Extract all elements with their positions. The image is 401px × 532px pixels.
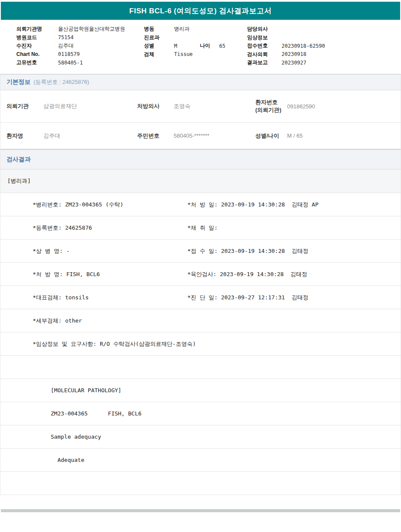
molecular-pathology-heading: [MOLECULAR PATHOLOGY] bbox=[0, 379, 401, 402]
field-requesting-org: 의뢰기관명 울산공업학원울산대학교병원 bbox=[16, 25, 125, 34]
cell-value: 091862590 bbox=[287, 103, 315, 110]
cell-value: 삼광의료재단 bbox=[43, 102, 77, 110]
field-label: 병원코드 bbox=[16, 34, 58, 41]
field-label: 검체 bbox=[144, 51, 174, 58]
field-value: 김주대 bbox=[58, 42, 73, 49]
department-label: [병리과] bbox=[7, 177, 31, 185]
admin-col-right: 담당의사 임상정보 접수번호 20230918-62590 검사의뢰 20230… bbox=[247, 25, 325, 67]
basic-info-row-2: 환자명 김주대 주민번호 580405-******* 성별/나이 M / 65 bbox=[0, 123, 401, 149]
molecular-text: ZM23-004365 FISH, BCL6 bbox=[51, 410, 141, 417]
cell-label: 처방의사 bbox=[137, 102, 174, 110]
field-label-age: 나이 bbox=[200, 42, 219, 49]
results-department: [병리과] bbox=[0, 169, 401, 193]
molecular-case-line: ZM23-004365 FISH, BCL6 bbox=[0, 402, 401, 425]
field-sex-age: 성별 M 나이 65 bbox=[144, 42, 225, 50]
field-label: 접수번호 bbox=[247, 42, 282, 49]
field-value: 울산공업학원울산대학교병원 bbox=[58, 25, 125, 33]
result-left: *처 방 명: FISH, BCL6 bbox=[0, 271, 187, 278]
field-unique-no: 고유번호 580405-1 bbox=[16, 58, 125, 67]
field-value: 20230918-62590 bbox=[282, 43, 325, 49]
bottom-divider bbox=[1, 509, 400, 512]
field-value: 75154 bbox=[58, 34, 73, 40]
result-row-registration-no: *등록번호: 24625876 *채 취 일: bbox=[0, 216, 401, 240]
cell-label: 환자명 bbox=[6, 132, 43, 140]
molecular-sample-adequacy-label: Sample adequacy bbox=[0, 425, 401, 449]
basic-info-row-1: 의뢰기관 삼광의료재단 처방의사 조영숙 환자번호 (의뢰기관) 0918625… bbox=[0, 90, 401, 123]
admin-col-mid: 병동 병리과 진료과 성별 M 나이 65 검체 Tissue bbox=[144, 25, 225, 58]
molecular-text: Sample adequacy bbox=[51, 434, 101, 440]
section-basic-info-header: 기본정보 (등록번호 : 24625876) bbox=[0, 74, 401, 90]
admin-col-left: 의뢰기관명 울산공업학원울산대학교병원 병원코드 75154 수진자 김주대 C… bbox=[16, 25, 125, 67]
field-label: 진료과 bbox=[144, 34, 174, 41]
field-chart-no: Chart No. 0118579 bbox=[16, 50, 125, 59]
result-left: *병리번호: ZM23-004365 (수탁) bbox=[0, 201, 187, 209]
field-label: 결과보고 bbox=[247, 59, 282, 66]
cell-label: 의뢰기관 bbox=[6, 102, 43, 110]
report-title-bar: FISH BCL-6 (여의도성모) 검사결과보고서 bbox=[1, 2, 400, 20]
section-results-header: 검사결과 bbox=[0, 149, 401, 169]
field-value: 0118579 bbox=[58, 51, 80, 57]
cell-value: 김주대 bbox=[43, 132, 60, 140]
cell-patient-no: 환자번호 (의뢰기관) 091862590 bbox=[255, 98, 401, 114]
field-department: 진료과 bbox=[144, 34, 225, 42]
field-value: 20230927 bbox=[282, 60, 306, 66]
result-row-order-name: *처 방 명: FISH, BCL6 *육안검사: 2023-09-19 14:… bbox=[0, 263, 401, 286]
result-right: *육안검사: 2023-09-19 14:30:28 김태정 bbox=[187, 271, 401, 278]
field-label: 담당의사 bbox=[247, 25, 282, 33]
spacer-row bbox=[0, 356, 401, 379]
field-label: Chart No. bbox=[16, 51, 58, 57]
field-request-date: 검사의뢰 20230918 bbox=[247, 50, 325, 59]
cell-label: 주민번호 bbox=[137, 132, 174, 140]
field-label: 의뢰기관명 bbox=[16, 25, 58, 33]
field-label: 고유번호 bbox=[16, 59, 58, 66]
field-clinical-info: 임상정보 bbox=[247, 34, 325, 42]
field-value: Tissue bbox=[174, 51, 193, 57]
field-attending-doctor: 담당의사 bbox=[247, 25, 325, 34]
molecular-text: [MOLECULAR PATHOLOGY] bbox=[51, 387, 121, 394]
report-title: FISH BCL-6 (여의도성모) 검사결과보고서 bbox=[129, 6, 272, 16]
result-row-sub-specimen: *세부검체: other bbox=[0, 309, 401, 332]
result-left: *세부검체: other bbox=[0, 317, 187, 325]
cell-value: 조영숙 bbox=[174, 102, 190, 110]
field-ward: 병동 병리과 bbox=[144, 25, 225, 34]
result-row-main-specimen: *대표검체: tonsils *진 단 일: 2023-09-27 12:17:… bbox=[0, 286, 401, 309]
field-receipt-no: 접수번호 20230918-62590 bbox=[247, 42, 325, 50]
result-row-pathology-no: *병리번호: ZM23-004365 (수탁) *처 방 일: 2023-09-… bbox=[0, 193, 401, 216]
molecular-sample-adequacy-value: Adequate bbox=[0, 449, 401, 472]
spacer-row bbox=[0, 472, 401, 495]
field-value: 20230918 bbox=[282, 51, 306, 57]
result-left: *상 병 명: - bbox=[0, 247, 187, 255]
field-report-date: 결과보고 20230927 bbox=[247, 58, 325, 67]
cell-prescribing-doctor: 처방의사 조영숙 bbox=[137, 102, 255, 110]
section-title: 검사결과 bbox=[6, 156, 31, 163]
result-row-diagnosis-name: *상 병 명: - *접 수 일: 2023-09-19 14:30:28 김태… bbox=[0, 240, 401, 263]
field-label: 임상정보 bbox=[247, 34, 282, 41]
cell-requesting-org: 의뢰기관 삼광의료재단 bbox=[6, 102, 137, 110]
cell-patient-name: 환자명 김주대 bbox=[6, 132, 137, 140]
result-row-clinical-request: *임상정보 및 요구사항: R/O 수탁검사(삼광의료재단-조영숙) bbox=[0, 332, 401, 356]
result-right: *접 수 일: 2023-09-19 14:30:28 김태정 bbox=[187, 247, 401, 255]
section-title: 기본정보 bbox=[6, 78, 31, 86]
field-label: 성별 bbox=[144, 42, 174, 49]
result-right: *채 취 일: bbox=[187, 224, 401, 232]
result-left: *임상정보 및 요구사항: R/O 수탁검사(삼광의료재단-조영숙) bbox=[0, 340, 187, 348]
field-value: 580405-1 bbox=[58, 60, 83, 66]
field-hospital-code: 병원코드 75154 bbox=[16, 34, 125, 42]
field-label: 수진자 bbox=[16, 42, 58, 49]
molecular-text: Adequate bbox=[51, 457, 84, 463]
field-value: M bbox=[174, 43, 200, 49]
report-body: 기본정보 (등록번호 : 24625876) 의뢰기관 삼광의료재단 처방의사 … bbox=[0, 74, 401, 495]
result-right: *진 단 일: 2023-09-27 12:17:31 김태정 bbox=[187, 294, 401, 301]
result-left: *대표검체: tonsils bbox=[0, 294, 187, 301]
result-right: *처 방 일: 2023-09-19 14:30:28 김태정 AP bbox=[187, 201, 401, 209]
cell-value: M / 65 bbox=[287, 132, 303, 139]
field-label: 검사의뢰 bbox=[247, 51, 282, 58]
cell-label: 성별/나이 bbox=[255, 132, 287, 140]
field-value-age: 65 bbox=[219, 43, 225, 49]
field-specimen: 검체 Tissue bbox=[144, 50, 225, 59]
admin-info-block: 의뢰기관명 울산공업학원울산대학교병원 병원코드 75154 수진자 김주대 C… bbox=[0, 20, 401, 74]
result-left: *등록번호: 24625876 bbox=[0, 224, 187, 232]
section-subtitle: (등록번호 : 24625876) bbox=[34, 78, 89, 86]
cell-label: 환자번호 (의뢰기관) bbox=[255, 98, 287, 114]
field-examinee: 수진자 김주대 bbox=[16, 42, 125, 50]
